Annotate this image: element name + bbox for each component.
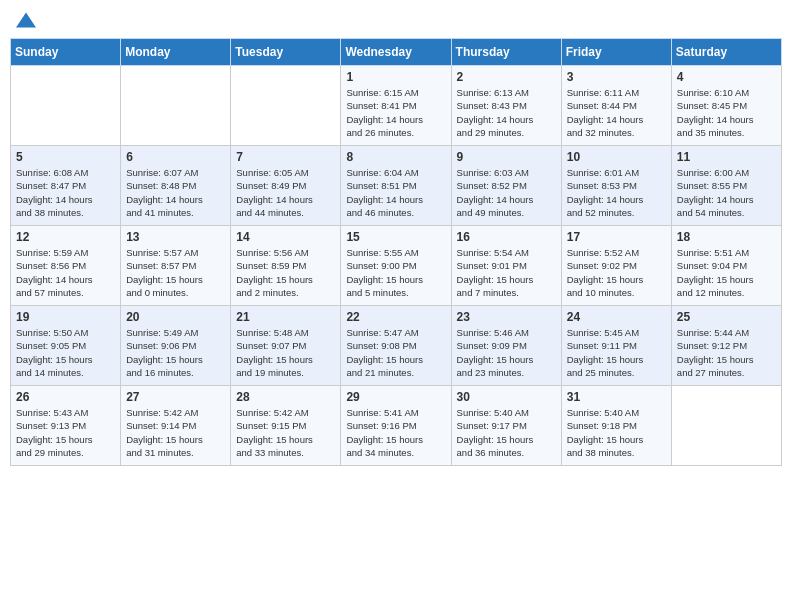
day-cell: 25Sunrise: 5:44 AM Sunset: 9:12 PM Dayli… <box>671 306 781 386</box>
calendar: SundayMondayTuesdayWednesdayThursdayFrid… <box>10 38 782 466</box>
day-info: Sunrise: 5:57 AM Sunset: 8:57 PM Dayligh… <box>126 246 225 299</box>
day-number: 13 <box>126 230 225 244</box>
weekday-header-tuesday: Tuesday <box>231 39 341 66</box>
weekday-header-monday: Monday <box>121 39 231 66</box>
day-info: Sunrise: 5:59 AM Sunset: 8:56 PM Dayligh… <box>16 246 115 299</box>
day-number: 14 <box>236 230 335 244</box>
day-number: 26 <box>16 390 115 404</box>
day-number: 5 <box>16 150 115 164</box>
day-number: 21 <box>236 310 335 324</box>
day-info: Sunrise: 5:54 AM Sunset: 9:01 PM Dayligh… <box>457 246 556 299</box>
day-number: 20 <box>126 310 225 324</box>
day-number: 12 <box>16 230 115 244</box>
day-cell: 4Sunrise: 6:10 AM Sunset: 8:45 PM Daylig… <box>671 66 781 146</box>
day-number: 15 <box>346 230 445 244</box>
day-number: 31 <box>567 390 666 404</box>
day-number: 10 <box>567 150 666 164</box>
weekday-header-thursday: Thursday <box>451 39 561 66</box>
day-number: 6 <box>126 150 225 164</box>
day-cell <box>11 66 121 146</box>
week-row-2: 5Sunrise: 6:08 AM Sunset: 8:47 PM Daylig… <box>11 146 782 226</box>
day-info: Sunrise: 6:00 AM Sunset: 8:55 PM Dayligh… <box>677 166 776 219</box>
day-cell <box>121 66 231 146</box>
day-number: 16 <box>457 230 556 244</box>
day-info: Sunrise: 5:42 AM Sunset: 9:14 PM Dayligh… <box>126 406 225 459</box>
day-info: Sunrise: 6:13 AM Sunset: 8:43 PM Dayligh… <box>457 86 556 139</box>
day-number: 22 <box>346 310 445 324</box>
day-cell: 27Sunrise: 5:42 AM Sunset: 9:14 PM Dayli… <box>121 386 231 466</box>
day-number: 19 <box>16 310 115 324</box>
day-cell: 1Sunrise: 6:15 AM Sunset: 8:41 PM Daylig… <box>341 66 451 146</box>
day-cell: 30Sunrise: 5:40 AM Sunset: 9:17 PM Dayli… <box>451 386 561 466</box>
day-cell: 10Sunrise: 6:01 AM Sunset: 8:53 PM Dayli… <box>561 146 671 226</box>
day-info: Sunrise: 6:07 AM Sunset: 8:48 PM Dayligh… <box>126 166 225 219</box>
day-number: 9 <box>457 150 556 164</box>
day-info: Sunrise: 5:49 AM Sunset: 9:06 PM Dayligh… <box>126 326 225 379</box>
logo <box>14 10 36 30</box>
calendar-header: SundayMondayTuesdayWednesdayThursdayFrid… <box>11 39 782 66</box>
day-cell: 18Sunrise: 5:51 AM Sunset: 9:04 PM Dayli… <box>671 226 781 306</box>
weekday-row: SundayMondayTuesdayWednesdayThursdayFrid… <box>11 39 782 66</box>
day-number: 4 <box>677 70 776 84</box>
day-info: Sunrise: 6:01 AM Sunset: 8:53 PM Dayligh… <box>567 166 666 219</box>
day-info: Sunrise: 5:55 AM Sunset: 9:00 PM Dayligh… <box>346 246 445 299</box>
day-info: Sunrise: 6:08 AM Sunset: 8:47 PM Dayligh… <box>16 166 115 219</box>
week-row-3: 12Sunrise: 5:59 AM Sunset: 8:56 PM Dayli… <box>11 226 782 306</box>
day-info: Sunrise: 5:51 AM Sunset: 9:04 PM Dayligh… <box>677 246 776 299</box>
day-cell: 2Sunrise: 6:13 AM Sunset: 8:43 PM Daylig… <box>451 66 561 146</box>
day-cell: 20Sunrise: 5:49 AM Sunset: 9:06 PM Dayli… <box>121 306 231 386</box>
day-info: Sunrise: 5:45 AM Sunset: 9:11 PM Dayligh… <box>567 326 666 379</box>
day-info: Sunrise: 5:41 AM Sunset: 9:16 PM Dayligh… <box>346 406 445 459</box>
day-cell: 29Sunrise: 5:41 AM Sunset: 9:16 PM Dayli… <box>341 386 451 466</box>
day-cell: 11Sunrise: 6:00 AM Sunset: 8:55 PM Dayli… <box>671 146 781 226</box>
week-row-4: 19Sunrise: 5:50 AM Sunset: 9:05 PM Dayli… <box>11 306 782 386</box>
day-info: Sunrise: 5:46 AM Sunset: 9:09 PM Dayligh… <box>457 326 556 379</box>
week-row-5: 26Sunrise: 5:43 AM Sunset: 9:13 PM Dayli… <box>11 386 782 466</box>
day-number: 8 <box>346 150 445 164</box>
day-cell: 16Sunrise: 5:54 AM Sunset: 9:01 PM Dayli… <box>451 226 561 306</box>
weekday-header-wednesday: Wednesday <box>341 39 451 66</box>
day-number: 3 <box>567 70 666 84</box>
day-number: 7 <box>236 150 335 164</box>
day-info: Sunrise: 5:56 AM Sunset: 8:59 PM Dayligh… <box>236 246 335 299</box>
day-info: Sunrise: 6:04 AM Sunset: 8:51 PM Dayligh… <box>346 166 445 219</box>
weekday-header-saturday: Saturday <box>671 39 781 66</box>
day-info: Sunrise: 6:11 AM Sunset: 8:44 PM Dayligh… <box>567 86 666 139</box>
day-cell: 21Sunrise: 5:48 AM Sunset: 9:07 PM Dayli… <box>231 306 341 386</box>
day-number: 18 <box>677 230 776 244</box>
weekday-header-friday: Friday <box>561 39 671 66</box>
day-cell: 28Sunrise: 5:42 AM Sunset: 9:15 PM Dayli… <box>231 386 341 466</box>
day-cell: 3Sunrise: 6:11 AM Sunset: 8:44 PM Daylig… <box>561 66 671 146</box>
day-info: Sunrise: 5:52 AM Sunset: 9:02 PM Dayligh… <box>567 246 666 299</box>
day-cell: 31Sunrise: 5:40 AM Sunset: 9:18 PM Dayli… <box>561 386 671 466</box>
day-number: 28 <box>236 390 335 404</box>
day-number: 30 <box>457 390 556 404</box>
day-info: Sunrise: 5:47 AM Sunset: 9:08 PM Dayligh… <box>346 326 445 379</box>
day-number: 17 <box>567 230 666 244</box>
day-cell: 6Sunrise: 6:07 AM Sunset: 8:48 PM Daylig… <box>121 146 231 226</box>
day-number: 23 <box>457 310 556 324</box>
day-cell: 26Sunrise: 5:43 AM Sunset: 9:13 PM Dayli… <box>11 386 121 466</box>
day-info: Sunrise: 6:03 AM Sunset: 8:52 PM Dayligh… <box>457 166 556 219</box>
day-info: Sunrise: 6:05 AM Sunset: 8:49 PM Dayligh… <box>236 166 335 219</box>
calendar-body: 1Sunrise: 6:15 AM Sunset: 8:41 PM Daylig… <box>11 66 782 466</box>
day-number: 29 <box>346 390 445 404</box>
day-number: 1 <box>346 70 445 84</box>
day-info: Sunrise: 6:10 AM Sunset: 8:45 PM Dayligh… <box>677 86 776 139</box>
day-number: 24 <box>567 310 666 324</box>
day-info: Sunrise: 5:50 AM Sunset: 9:05 PM Dayligh… <box>16 326 115 379</box>
logo-icon <box>16 10 36 30</box>
day-cell: 13Sunrise: 5:57 AM Sunset: 8:57 PM Dayli… <box>121 226 231 306</box>
day-cell <box>231 66 341 146</box>
day-cell: 9Sunrise: 6:03 AM Sunset: 8:52 PM Daylig… <box>451 146 561 226</box>
day-cell: 22Sunrise: 5:47 AM Sunset: 9:08 PM Dayli… <box>341 306 451 386</box>
day-cell <box>671 386 781 466</box>
day-cell: 7Sunrise: 6:05 AM Sunset: 8:49 PM Daylig… <box>231 146 341 226</box>
day-info: Sunrise: 5:48 AM Sunset: 9:07 PM Dayligh… <box>236 326 335 379</box>
day-cell: 14Sunrise: 5:56 AM Sunset: 8:59 PM Dayli… <box>231 226 341 306</box>
day-number: 11 <box>677 150 776 164</box>
svg-marker-0 <box>16 13 36 28</box>
day-number: 27 <box>126 390 225 404</box>
day-number: 2 <box>457 70 556 84</box>
header <box>10 10 782 30</box>
